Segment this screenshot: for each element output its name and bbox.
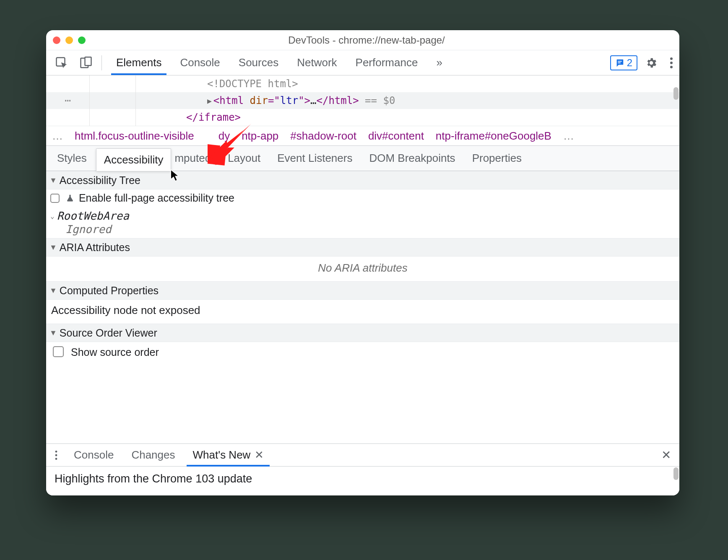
tab-console[interactable]: Console [171,50,229,75]
tab-accessibility[interactable]: Accessibility [96,148,172,171]
svg-rect-3 [618,61,621,62]
dom-row-iframe-close[interactable]: </iframe> [46,109,679,126]
show-source-order-checkbox[interactable] [53,346,64,357]
a11y-root-label: RootWebArea [57,210,129,222]
section-aria-attributes[interactable]: ▼ ARIA Attributes [46,238,679,257]
tab-network[interactable]: Network [288,50,346,75]
chat-icon [615,58,624,67]
kebab-menu-icon[interactable] [665,54,678,72]
whats-new-headline: Highlights from the Chrome 103 update [46,467,679,495]
disclosure-triangle-icon: ▼ [49,243,57,252]
expand-triangle-icon[interactable]: ▶ [207,96,212,105]
main-toolbar: Elements Console Sources Network Perform… [46,50,679,75]
tab-properties[interactable]: Properties [465,146,530,171]
scrollbar-thumb[interactable] [673,467,679,480]
dom-row-html[interactable]: ⋯ ▶ <html dir="ltr">…</html> == $0 [46,92,679,109]
issues-count: 2 [627,57,632,69]
a11y-tree-root[interactable]: ⌄ RootWebArea [46,208,679,223]
breadcrumb-overflow-right[interactable]: … [563,130,574,143]
svg-point-6 [670,62,673,64]
drawer-kebab-icon[interactable] [50,447,62,463]
breadcrumb-overflow-left[interactable]: … [52,130,63,143]
svg-point-5 [670,57,673,60]
tab-event-listeners[interactable]: Event Listeners [270,146,360,171]
tab-elements[interactable]: Elements [107,50,171,75]
close-drawer-icon[interactable]: ✕ [657,446,675,464]
traffic-lights [53,36,86,44]
window-titlebar: DevTools - chrome://new-tab-page/ [46,30,679,50]
section-computed-properties[interactable]: ▼ Computed Properties [46,281,679,300]
dom-row-doctype[interactable]: <!DOCTYPE html> [46,75,679,92]
issues-badge[interactable]: 2 [610,55,637,70]
dom-row-more-icon[interactable]: ⋯ [46,92,90,109]
section-title: Source Order Viewer [60,327,157,339]
tab-sources[interactable]: Sources [229,50,288,75]
a11y-tree-ignored[interactable]: Ignored [46,223,679,238]
section-title: ARIA Attributes [60,241,130,254]
window-title: DevTools - chrome://new-tab-page/ [60,34,673,46]
close-window-button[interactable] [53,36,60,44]
disclosure-triangle-icon[interactable]: ⌄ [50,212,55,220]
breadcrumb-item[interactable]: dy [218,130,230,143]
tabs-overflow[interactable]: » [427,50,451,75]
enable-full-tree-label: Enable full-page accessibility tree [79,192,234,204]
main-tabs: Elements Console Sources Network Perform… [107,50,452,75]
breadcrumb-item[interactable]: html.focus-outline-visible [75,130,194,143]
inspect-element-icon[interactable] [51,54,72,72]
svg-point-8 [55,450,57,452]
dom-breadcrumb: … html.focus-outline-visible dy ntp-app … [46,126,679,146]
tab-dom-breakpoints[interactable]: DOM Breakpoints [361,146,463,171]
drawer-tab-changes[interactable]: Changes [125,444,181,466]
show-source-order-row: Show source order [46,342,679,373]
breadcrumb-item[interactable]: #shadow-root [290,130,356,143]
breadcrumb-item[interactable]: ntp-app [242,130,278,143]
svg-rect-2 [85,57,91,65]
breadcrumb-item[interactable]: ntp-iframe#oneGoogleB [436,130,551,143]
side-panel-tabs: Styles Accessibility mputed Layout Event… [46,146,679,171]
section-title: Computed Properties [60,285,159,297]
device-toggle-icon[interactable] [75,54,96,72]
section-title: Accessibility Tree [60,174,140,187]
devtools-window: DevTools - chrome://new-tab-page/ Elemen… [46,30,679,495]
tab-performance[interactable]: Performance [346,50,427,75]
drawer: Console Changes What's New ✕ ✕ Highlight… [46,443,679,495]
dom-tree: <!DOCTYPE html> ⋯ ▶ <html dir="ltr">…</h… [46,75,679,126]
minimize-window-button[interactable] [65,36,73,44]
toolbar-separator [101,55,102,70]
section-accessibility-tree[interactable]: ▼ Accessibility Tree [46,171,679,189]
drawer-tab-whats-new[interactable]: What's New ✕ [187,444,270,466]
show-source-order-label: Show source order [71,346,159,358]
fullscreen-window-button[interactable] [78,36,86,44]
svg-point-7 [670,66,673,68]
breadcrumb-item[interactable]: div#content [368,130,424,143]
scrollbar-thumb[interactable] [673,87,679,100]
tab-styles[interactable]: Styles [49,146,94,171]
node-not-exposed-message: Accessibility node not exposed [46,300,679,324]
disclosure-triangle-icon: ▼ [49,329,57,337]
close-tab-icon[interactable]: ✕ [255,449,264,461]
settings-gear-icon[interactable] [641,54,662,72]
svg-point-10 [55,458,57,460]
enable-full-tree-checkbox[interactable] [50,194,60,203]
experiment-flask-icon [66,193,74,205]
drawer-tab-console[interactable]: Console [68,444,120,466]
tab-computed[interactable]: mputed [173,146,218,171]
disclosure-triangle-icon: ▼ [49,286,57,295]
tab-layout[interactable]: Layout [220,146,268,171]
svg-point-9 [55,454,57,456]
section-source-order[interactable]: ▼ Source Order Viewer [46,324,679,342]
svg-rect-4 [618,62,620,63]
disclosure-triangle-icon: ▼ [49,176,57,185]
enable-full-tree-row: Enable full-page accessibility tree [46,189,679,208]
drawer-tabs: Console Changes What's New ✕ ✕ [46,444,679,467]
no-aria-attributes-message: No ARIA attributes [46,257,679,281]
